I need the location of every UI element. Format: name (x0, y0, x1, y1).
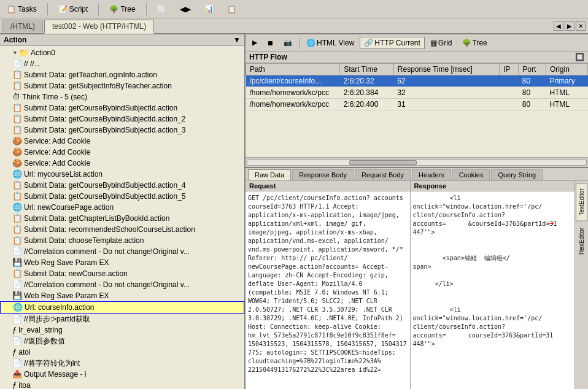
tab-close-btn[interactable]: ✕ (576, 21, 586, 31)
tab-response-body[interactable]: Response Body (292, 169, 354, 180)
expand-icon[interactable]: ▼ (12, 48, 18, 58)
tree-item-label: //Correlation comment - Do not change!Or… (24, 280, 190, 290)
tree-item-icon: 🌐 (13, 302, 23, 312)
tree-item[interactable]: 🌐Url: courseInfo.action (0, 301, 244, 314)
tab-html[interactable]: /HTML) (2, 20, 43, 33)
table-cell-start_time: 2:6:20.384 (340, 87, 394, 99)
tree-item[interactable]: 🍪Service: Add Cookie (0, 158, 244, 169)
tree-indent (2, 314, 12, 324)
tree-indent (2, 380, 12, 389)
left-header-dropdown[interactable]: ▼ (233, 36, 241, 44)
table-row[interactable]: /home/homework/kc/pcc2:6:20.4003180HTML (246, 99, 588, 110)
tree-item[interactable]: 📋Submit Data: getCourseBybindSubjectId.a… (0, 180, 244, 191)
left-tree[interactable]: ▼📁Action0 📄// //... 📋Submit Data: getTea… (0, 46, 244, 389)
tree-view-btn[interactable]: 🌳 Tree (458, 37, 492, 49)
tree-indent (2, 191, 12, 201)
http-flow-table[interactable]: Path Start Time Response Time [msec] IP … (246, 63, 588, 157)
toolbar-btn-1[interactable]: ⬜ (153, 3, 171, 15)
tree-indent (2, 269, 12, 279)
tree-item-label: //返回参数值 (24, 336, 65, 346)
col-port: Port (519, 64, 546, 75)
tree-item[interactable]: 🍪Service: Add Cookie (0, 136, 244, 147)
tree-item[interactable]: 📤Output Message - i (0, 369, 244, 380)
tree-item[interactable]: 📋Submit Data: getChapterListByBookId.act… (0, 213, 244, 224)
tree-item[interactable]: 📋Submit Data: newCourse.action (0, 268, 244, 279)
tree-indent (2, 59, 12, 69)
script-button[interactable]: 📝 Script (54, 3, 93, 15)
tree-item[interactable]: 📋Submit Data: getSubjectInfoByTeacher.ac… (0, 80, 244, 91)
snapshot-btn[interactable]: 📷 (279, 37, 296, 48)
tree-item-icon: 📋 (12, 214, 22, 223)
toolbar-btn-2[interactable]: ◀▶ (176, 3, 195, 15)
col-path: Path (246, 64, 340, 75)
tree-item-label: Submit Data: getSubjectInfoByTeacher.act… (24, 81, 172, 91)
table-row[interactable]: /pc/client/courseInfo...2:6:20.326280Pri… (246, 75, 588, 87)
tab-request-body[interactable]: Request Body (355, 169, 411, 180)
h-scroll-track (247, 160, 587, 166)
hex-editor-btn[interactable]: HexEditor (576, 222, 587, 260)
tab-raw-data[interactable]: Raw Data (248, 169, 291, 180)
toolbar-btn-4[interactable]: 📋 (223, 3, 241, 15)
tree-indent (2, 125, 12, 135)
tree-item-icon: 📋 (12, 269, 22, 279)
tree-item[interactable]: ƒitoa (0, 380, 244, 389)
tree-item[interactable]: 🌐Url: newCoursePage.action (0, 202, 244, 213)
tree-item[interactable]: ▼📁Action0 (0, 47, 244, 58)
tree-item[interactable]: ƒatoi (0, 347, 244, 358)
grid-btn[interactable]: ▦ Grid (426, 37, 457, 49)
tree-item[interactable]: 💾Web Reg Save Param EX (0, 290, 244, 301)
tasks-button[interactable]: 📋 Tasks (2, 3, 41, 15)
right-panel: ▶ ⏹ 📷 🌐 HTML View 🔗 HTTP Current ▦ Grid … (246, 34, 588, 389)
tab-query-string[interactable]: Query String (491, 169, 543, 180)
tab-prev-btn[interactable]: ◀ (554, 21, 563, 31)
text-editor-btn[interactable]: TextEditor (576, 183, 587, 221)
tree-indent (2, 369, 12, 379)
tree-item-icon: ⏱ (12, 92, 20, 102)
tree-item-label: Service: Add Cookie (24, 147, 90, 157)
tree-item[interactable]: 📄//Correlation comment - Do not change!O… (0, 279, 244, 290)
tab-test002[interactable]: test002 - Web (HTTP/HTML) (44, 20, 154, 34)
tree-item[interactable]: 📋Submit Data: recommendedSchoolCourseLis… (0, 224, 244, 235)
table-cell-path: /home/homework/kc/pcc (246, 99, 340, 110)
tree-item-label: Submit Data: newCourse.action (24, 269, 128, 279)
tree-item[interactable]: 📋Submit Data: getCourseBybindSubjectId.a… (0, 191, 244, 202)
side-buttons: TextEditor HexEditor (574, 181, 588, 389)
tree-item[interactable]: 📄//Correlation comment - Do not change!O… (0, 246, 244, 257)
minimize-icon[interactable]: 🔲 (575, 53, 584, 61)
tree-item[interactable]: 📋Submit Data: getCourseBybindSubjectId.a… (0, 102, 244, 114)
tree-item[interactable]: ⏱Think Time - 5 (sec) (0, 91, 244, 102)
toolbar-btn-3[interactable]: 📊 (200, 3, 218, 15)
separator-2 (98, 3, 99, 15)
tree-item[interactable]: 📋Submit Data: chooseTemplate.action (0, 235, 244, 246)
table-cell-origin: HTML (546, 87, 587, 99)
tree-item[interactable]: 📄//同步步:>partId获取 (0, 314, 244, 325)
table-row[interactable]: /home/homework/kc/pcc2:6:20.3843280HTML (246, 87, 588, 99)
tree-item[interactable]: 📋Submit Data: getTeacherLoginInfo.action (0, 69, 244, 80)
tree-item[interactable]: 📋Submit Data: getCourseBybindSubjectId.a… (0, 114, 244, 125)
tree-item[interactable]: 📄//将字符转化为int (0, 358, 244, 369)
http-current-btn[interactable]: 🔗 HTTP Current (360, 37, 424, 49)
tree-item[interactable]: 🌐Url: mycourseList.action (0, 169, 244, 180)
tab-next-btn[interactable]: ▶ (565, 21, 574, 31)
request-header: Request (246, 181, 410, 191)
tree-item-icon: 📋 (12, 81, 22, 91)
tree-item-icon: 💾 (12, 258, 22, 268)
html-view-btn[interactable]: 🌐 HTML View (302, 37, 358, 49)
tab-cookies[interactable]: Cookies (452, 169, 490, 180)
tree-item[interactable]: 🍪Service: Add Cookie (0, 147, 244, 158)
play-btn[interactable]: ▶ (248, 37, 261, 48)
tree-indent (2, 92, 12, 102)
tree-button[interactable]: 🌳 Tree (105, 3, 139, 15)
response-body: <li onclick="window.location.href='/pc/ … (411, 191, 575, 389)
tab-bar: /HTML) test002 - Web (HTTP/HTML) ◀ ▶ ✕ (0, 18, 588, 34)
tree-item[interactable]: 📄// //... (0, 58, 244, 69)
tree-item[interactable]: 📋Submit Data: getCourseBybindSubjectId.a… (0, 125, 244, 136)
tree-indent (2, 214, 12, 223)
tree-item-icon: 🍪 (12, 136, 22, 146)
h-scrollbar[interactable] (246, 157, 588, 167)
tree-item[interactable]: ƒlr_eval_string (0, 325, 244, 336)
tree-item[interactable]: 📄//返回参数值 (0, 336, 244, 347)
tree-item[interactable]: 💾Web Reg Save Param EX (0, 257, 244, 268)
tab-headers[interactable]: Headers (412, 169, 451, 180)
stop-btn[interactable]: ⏹ (263, 37, 278, 48)
